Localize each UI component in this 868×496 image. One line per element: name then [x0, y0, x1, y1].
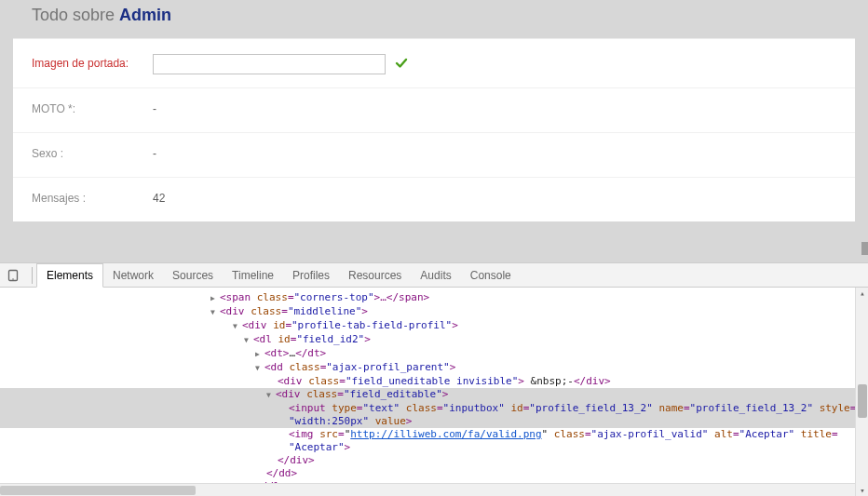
scrollbar-thumb[interactable]	[0, 486, 196, 495]
tab-network[interactable]: Network	[103, 264, 163, 287]
field-sexo-value: -	[153, 144, 156, 160]
tab-resources[interactable]: Resources	[339, 264, 411, 287]
field-cover: Imagen de portada:	[13, 43, 855, 87]
expand-arrow-icon[interactable]	[210, 291, 220, 305]
scroll-up-icon[interactable]: ▴	[858, 288, 867, 299]
valid-icon[interactable]	[395, 57, 408, 73]
tab-console[interactable]: Console	[461, 264, 521, 287]
cover-input[interactable]	[153, 54, 386, 74]
field-moto: MOTO *: -	[13, 87, 855, 132]
scroll-down-icon[interactable]: ▾	[858, 485, 867, 496]
field-msgs-value: 42	[153, 189, 165, 205]
title-username: Admin	[119, 6, 171, 24]
devtools-panel: Elements Network Sources Timeline Profil…	[0, 262, 868, 496]
device-toggle-icon[interactable]	[6, 268, 20, 283]
devtools-tabs: Elements Network Sources Timeline Profil…	[0, 263, 868, 288]
field-msgs: Mensajes : 42	[13, 177, 855, 221]
field-msgs-label: Mensajes :	[32, 189, 153, 205]
expand-arrow-icon[interactable]	[210, 305, 220, 319]
scrollbar-thumb[interactable]	[858, 384, 867, 418]
field-cover-value-wrap	[153, 54, 408, 74]
tab-audits[interactable]: Audits	[411, 264, 460, 287]
profile-card: Imagen de portada: MOTO *: - Sexo : - Me…	[13, 38, 855, 221]
field-sexo: Sexo : -	[13, 132, 855, 177]
tab-sources[interactable]: Sources	[163, 264, 223, 287]
field-moto-label: MOTO *:	[32, 100, 153, 115]
field-sexo-label: Sexo :	[32, 144, 153, 160]
devtools-elements-tree[interactable]: <span class="corners-top">…</span> <div …	[0, 288, 868, 496]
tab-profiles[interactable]: Profiles	[283, 264, 339, 287]
tab-elements[interactable]: Elements	[36, 263, 103, 288]
field-cover-label: Imagen de portada:	[32, 54, 153, 70]
expand-arrow-icon[interactable]	[244, 333, 253, 347]
expand-arrow-icon[interactable]	[255, 347, 264, 361]
devtools-scrollbar-vertical[interactable]: ▴ ▾	[855, 288, 868, 496]
page-scrollbar-thumb[interactable]	[861, 242, 868, 255]
devtools-scrollbar-horizontal[interactable]	[0, 483, 855, 496]
expand-arrow-icon[interactable]	[266, 388, 276, 402]
expand-arrow-icon[interactable]	[255, 361, 264, 375]
svg-point-1	[12, 278, 14, 280]
selected-node[interactable]: <div class="field_editable">	[0, 388, 868, 402]
expand-arrow-icon[interactable]	[233, 319, 242, 333]
tab-timeline[interactable]: Timeline	[223, 264, 283, 287]
tab-separator	[32, 267, 33, 284]
title-prefix: Todo sobre	[32, 6, 119, 24]
page-title: Todo sobre Admin	[0, 0, 868, 38]
field-moto-value: -	[153, 100, 156, 115]
